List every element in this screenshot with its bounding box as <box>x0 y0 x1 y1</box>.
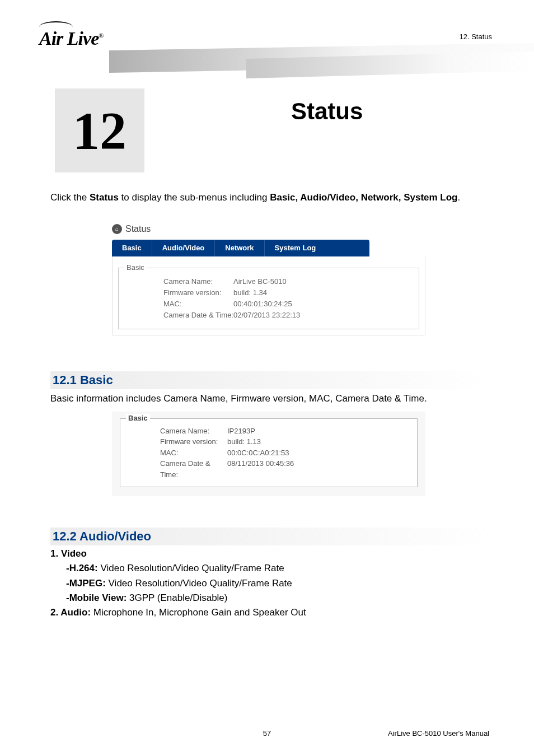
row2-mac: MAC: 00:0C:0C:A0:21:53 <box>129 447 408 459</box>
intro-b2: Basic, Audio/Video, Network, System Log <box>270 192 457 203</box>
brand-logo: Air Live® <box>39 28 103 49</box>
h264-t: Video Resolution/Video Quality/Frame Rat… <box>98 563 284 573</box>
h264-b: -H.264: <box>66 563 98 573</box>
status-screenshot-2: Basic Camera Name: IP2193P Firmware vers… <box>112 412 425 497</box>
audiovideo-list: 1. Video -H.264: Video Resolution/Video … <box>50 547 492 620</box>
sub-h264: -H.264: Video Resolution/Video Quality/F… <box>50 561 492 576</box>
basic-fieldset: Basic Camera Name: AirLive BC-5010 Firmw… <box>118 268 419 330</box>
intro-mid: to display the sub-menus including <box>119 192 270 203</box>
status-tabs: Basic Audio/Video Network System Log <box>112 240 369 256</box>
mobile-t: 3GPP (Enable/Disable) <box>127 592 227 603</box>
value2-camera-name: IP2193P <box>227 426 408 437</box>
intro-b1: Status <box>90 192 119 203</box>
row-mac: MAC: 00:40:01:30:24:25 <box>130 298 407 310</box>
row-camera-name: Camera Name: AirLive BC-5010 <box>130 276 407 287</box>
row-datetime: Camera Date & Time: 02/07/2013 23:22:13 <box>130 310 407 321</box>
label2-firmware: Firmware version: <box>129 436 227 447</box>
value-camera-name: AirLive BC-5010 <box>233 276 407 287</box>
label-datetime: Camera Date & Time: <box>130 310 233 321</box>
status-title: Status <box>125 224 151 234</box>
label-firmware: Firmware version: <box>130 287 233 298</box>
row2-datetime: Camera Date & Time: 08/11/2013 00:45:36 <box>129 458 408 480</box>
label2-camera-name: Camera Name: <box>129 426 227 437</box>
label2-mac: MAC: <box>129 447 227 459</box>
status-title-row: ⌂ Status <box>112 224 431 234</box>
registered-icon: ® <box>99 32 103 40</box>
row2-firmware: Firmware version: build: 1.13 <box>129 436 408 447</box>
label-mac: MAC: <box>130 298 233 310</box>
tab-basic[interactable]: Basic <box>112 240 152 256</box>
tab-network[interactable]: Network <box>215 240 264 256</box>
intro-pre: Click the <box>50 192 90 203</box>
value-mac: 00:40:01:30:24:25 <box>233 298 407 310</box>
breadcrumb: 12. Status <box>459 32 492 41</box>
basic-legend: Basic <box>124 263 147 272</box>
item-video: 1. Video <box>50 547 492 561</box>
status-panel: Basic Camera Name: AirLive BC-5010 Firmw… <box>112 256 425 336</box>
sub-mobile: -Mobile View: 3GPP (Enable/Disable) <box>50 591 492 605</box>
chapter-number-box: 12 <box>55 88 144 172</box>
label-camera-name: Camera Name: <box>130 276 233 287</box>
value2-firmware: build: 1.13 <box>227 436 408 447</box>
basic-legend-2: Basic <box>126 414 150 422</box>
mobile-b: -Mobile View: <box>66 592 127 603</box>
value-firmware: build: 1.34 <box>233 287 407 298</box>
page-number: 57 <box>263 729 271 738</box>
intro-paragraph: Click the Status to display the sub-menu… <box>50 190 492 205</box>
sub-mjpeg: -MJPEG: Video Resolution/Video Quality/F… <box>50 576 492 591</box>
section-heading-basic: 12.1 Basic <box>50 371 492 389</box>
value-datetime: 02/07/2013 23:22:13 <box>233 310 407 321</box>
item-video-label: 1. Video <box>50 548 87 559</box>
tab-audio-video[interactable]: Audio/Video <box>152 240 216 256</box>
value2-mac: 00:0C:0C:A0:21:53 <box>227 447 408 459</box>
label2-datetime: Camera Date & Time: <box>129 458 227 480</box>
audio-b: 2. Audio: <box>50 607 91 618</box>
logo-text: Air Live <box>39 28 99 49</box>
section-basic-text: Basic information includes Camera Name, … <box>50 391 492 406</box>
audio-t: Microphone In, Microphone Gain and Speak… <box>91 607 306 618</box>
chapter-number: 12 <box>73 100 127 162</box>
basic-fieldset-2: Basic Camera Name: IP2193P Firmware vers… <box>120 418 418 488</box>
row2-camera-name: Camera Name: IP2193P <box>129 426 408 437</box>
tab-system-log[interactable]: System Log <box>265 240 326 256</box>
section-heading-audiovideo: 12.2 Audio/Video <box>50 528 492 545</box>
page-header: Air Live® 12. Status <box>0 0 534 73</box>
status-screenshot-1: ⌂ Status Basic Audio/Video Network Syste… <box>112 224 431 336</box>
mjpeg-b: -MJPEG: <box>66 578 106 589</box>
intro-post: . <box>458 192 461 203</box>
home-icon: ⌂ <box>112 224 122 234</box>
value2-datetime: 08/11/2013 00:45:36 <box>227 458 408 480</box>
chapter-title: Status <box>291 98 363 125</box>
row-firmware: Firmware version: build: 1.34 <box>130 287 407 298</box>
mjpeg-t: Video Resolution/Video Quality/Frame Rat… <box>106 578 292 589</box>
doc-title: AirLive BC-5010 User's Manual <box>388 729 489 738</box>
item-audio: 2. Audio: Microphone In, Microphone Gain… <box>50 605 492 620</box>
